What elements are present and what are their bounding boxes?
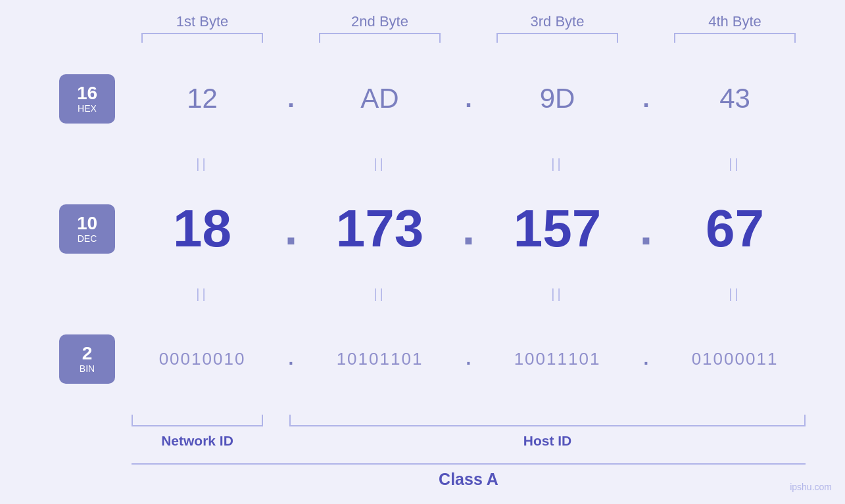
hex-b1: 12 [187, 83, 218, 114]
byte2-header: 2nd Byte [351, 13, 408, 30]
hex-dot1: . [278, 85, 304, 113]
dec-b4: 67 [706, 199, 764, 258]
bin-dot1: . [278, 348, 304, 369]
hex-b2: AD [360, 83, 398, 114]
bin-dot2: . [456, 348, 482, 369]
watermark: ipshu.com [790, 482, 832, 492]
dec-dot1: . [278, 215, 304, 242]
dec-dot2: . [456, 215, 482, 242]
dec-b3: 157 [514, 199, 601, 258]
bin-row: 2 BIN 00010010 . 10101101 . 10011101 . 0… [39, 303, 806, 415]
bin-b4: 01000011 [692, 349, 779, 369]
main-container: 1st Byte 2nd Byte 3rd Byte 4th Byte [0, 0, 845, 504]
hex-dot2: . [456, 85, 482, 113]
byte1-header: 1st Byte [176, 13, 228, 30]
eq1-b2: || [314, 156, 446, 172]
bin-b3: 10011101 [514, 349, 601, 369]
hex-dot3: . [633, 85, 660, 113]
hex-b4: 43 [719, 83, 750, 114]
equals-hex-dec: || || || || [39, 154, 806, 173]
class-label-row: Class A [39, 468, 806, 491]
host-id-label: Host ID [523, 433, 572, 448]
bin-b1: 00010010 [159, 349, 246, 369]
class-bracket-line [132, 455, 806, 465]
host-bracket [289, 415, 806, 426]
eq2-b1: || [137, 286, 268, 302]
eq1-b4: || [669, 156, 801, 172]
byte-headers-row: 1st Byte 2nd Byte 3rd Byte 4th Byte [39, 13, 806, 43]
eq1-b3: || [492, 156, 623, 172]
bin-dot3: . [633, 348, 660, 369]
network-id-label: Network ID [161, 433, 233, 448]
dec-b1: 18 [173, 199, 231, 258]
bin-badge: 2 BIN [59, 334, 115, 384]
dec-dot3: . [633, 215, 660, 242]
eq2-b3: || [492, 286, 623, 302]
class-bracket-row [39, 455, 806, 467]
equals-dec-bin: || || || || [39, 285, 806, 303]
eq2-b2: || [314, 286, 446, 302]
hex-badge: 16 HEX [59, 74, 115, 124]
eq1-b1: || [137, 156, 268, 172]
hex-row: 16 HEX 12 . AD . 9D . 43 [39, 43, 806, 154]
bin-b2: 10101101 [337, 349, 423, 369]
bottom-brackets [39, 415, 806, 429]
dec-b2: 173 [336, 199, 423, 258]
byte3-header: 3rd Byte [531, 13, 585, 30]
byte4-header: 4th Byte [708, 13, 761, 30]
eq2-b4: || [669, 286, 801, 302]
dec-row: 10 DEC 18 . 173 . 157 . 67 [39, 173, 806, 285]
network-bracket [132, 415, 263, 426]
hex-b3: 9D [540, 83, 575, 114]
network-host-labels: Network ID Host ID [39, 429, 806, 452]
class-label: Class A [439, 470, 498, 488]
dec-badge: 10 DEC [59, 204, 115, 254]
